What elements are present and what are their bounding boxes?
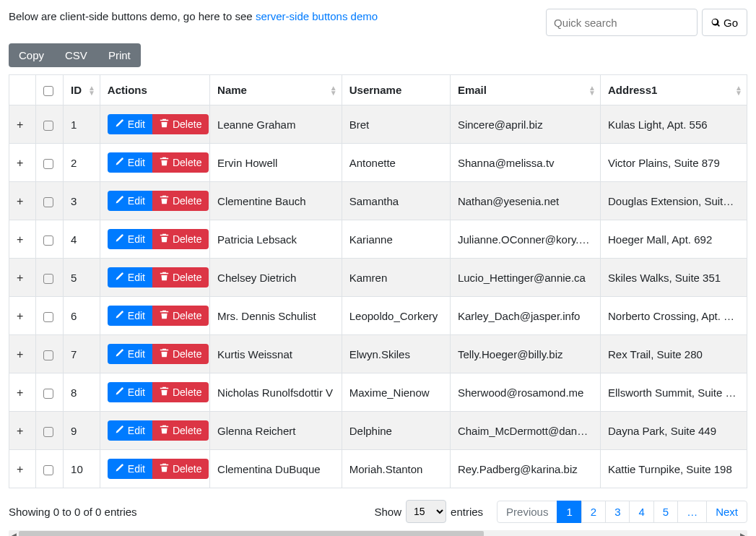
page-1[interactable]: 1: [557, 501, 581, 523]
delete-button[interactable]: Delete: [152, 267, 209, 288]
expand-button[interactable]: +: [17, 234, 23, 246]
expand-button[interactable]: +: [17, 311, 23, 322]
row-checkbox[interactable]: [43, 274, 53, 284]
cell-id: 9: [64, 412, 100, 450]
intro-text: Below are client-side buttons demo, go h…: [9, 9, 378, 22]
edit-button[interactable]: Edit: [108, 459, 152, 479]
page-…[interactable]: …: [677, 501, 707, 523]
copy-button[interactable]: Copy: [9, 43, 54, 67]
delete-button[interactable]: Delete: [152, 344, 209, 364]
edit-button[interactable]: Edit: [108, 267, 152, 288]
expand-button[interactable]: +: [17, 119, 23, 131]
page-next[interactable]: Next: [706, 501, 747, 523]
delete-button[interactable]: Delete: [152, 459, 209, 479]
cell-name: Kurtis Weissnat: [210, 335, 342, 373]
row-checkbox[interactable]: [43, 159, 53, 169]
horizontal-scrollbar[interactable]: ◀ ▶: [9, 530, 747, 536]
table-row: +9EditDeleteGlenna ReichertDelphineChaim…: [9, 412, 747, 450]
row-checkbox[interactable]: [43, 197, 53, 207]
edit-button[interactable]: Edit: [108, 306, 152, 326]
expand-button[interactable]: +: [17, 425, 23, 437]
edit-button[interactable]: Edit: [108, 152, 152, 173]
cell-id: 10: [64, 450, 100, 488]
expand-button[interactable]: +: [17, 387, 23, 399]
row-checkbox[interactable]: [43, 350, 53, 360]
sort-icon: ▲▼: [330, 85, 337, 95]
table-info: Showing 0 to 0 of 0 entries: [9, 506, 137, 518]
cell-name: Nicholas Runolfsdottir V: [210, 373, 342, 412]
cell-address1: Dayna Park, Suite 449: [600, 412, 747, 450]
cell-username: Moriah.Stanton: [342, 450, 450, 488]
row-checkbox[interactable]: [43, 389, 53, 399]
page-3[interactable]: 3: [605, 501, 630, 523]
cell-username: Samantha: [342, 182, 450, 220]
search-input[interactable]: [546, 9, 698, 36]
expand-button[interactable]: +: [17, 157, 23, 169]
cell-name: Clementine Bauch: [210, 182, 342, 220]
page-size-select[interactable]: 15: [406, 500, 446, 523]
edit-button[interactable]: Edit: [108, 420, 152, 441]
row-checkbox[interactable]: [43, 312, 53, 322]
scroll-thumb[interactable]: [19, 531, 484, 536]
col-name[interactable]: Name▲▼: [210, 75, 342, 105]
edit-icon: [115, 348, 124, 360]
server-side-demo-link[interactable]: server-side buttons demo: [256, 10, 378, 22]
go-button[interactable]: Go: [702, 9, 747, 36]
cell-address1: Ellsworth Summit, Suite 729: [600, 373, 747, 412]
row-checkbox[interactable]: [43, 465, 53, 475]
col-expand: [9, 75, 36, 105]
col-email[interactable]: Email▲▼: [450, 75, 600, 105]
delete-button[interactable]: Delete: [152, 229, 209, 249]
page-2[interactable]: 2: [581, 501, 606, 523]
cell-name: Patricia Lebsack: [210, 220, 342, 259]
cell-username: Leopoldo_Corkery: [342, 297, 450, 335]
col-id[interactable]: ID▲▼: [64, 75, 100, 105]
delete-button[interactable]: Delete: [152, 420, 209, 441]
delete-label: Delete: [173, 233, 201, 245]
row-checkbox[interactable]: [43, 235, 53, 246]
cell-name: Glenna Reichert: [210, 412, 342, 450]
scroll-right-arrow[interactable]: ▶: [737, 530, 747, 536]
row-checkbox[interactable]: [43, 121, 53, 131]
delete-label: Delete: [173, 386, 201, 398]
col-address1[interactable]: Address1▲▼: [600, 75, 747, 105]
delete-button[interactable]: Delete: [152, 114, 209, 134]
csv-button[interactable]: CSV: [54, 43, 97, 67]
edit-button[interactable]: Edit: [108, 229, 152, 249]
page-previous[interactable]: Previous: [497, 501, 557, 523]
cell-email: Sherwood@rosamond.me: [450, 373, 600, 412]
search-icon: [711, 18, 721, 27]
edit-button[interactable]: Edit: [108, 114, 152, 134]
expand-button[interactable]: +: [17, 464, 23, 475]
page-5[interactable]: 5: [653, 501, 678, 523]
delete-button[interactable]: Delete: [152, 191, 209, 211]
table-row: +4EditDeletePatricia LebsackKarianneJuli…: [9, 220, 747, 259]
edit-label: Edit: [128, 386, 145, 398]
edit-button[interactable]: Edit: [108, 382, 152, 402]
delete-button[interactable]: Delete: [152, 382, 209, 402]
expand-button[interactable]: +: [17, 272, 23, 284]
go-label: Go: [724, 17, 738, 29]
cell-name: Chelsey Dietrich: [210, 259, 342, 297]
edit-button[interactable]: Edit: [108, 344, 152, 364]
expand-button[interactable]: +: [17, 196, 23, 207]
delete-button[interactable]: Delete: [152, 306, 209, 326]
page-4[interactable]: 4: [629, 501, 653, 523]
select-all-checkbox[interactable]: [43, 86, 53, 96]
cell-id: 7: [64, 335, 100, 373]
row-checkbox[interactable]: [43, 427, 53, 437]
delete-button[interactable]: Delete: [152, 152, 209, 173]
table-row: +7EditDeleteKurtis WeissnatElwyn.SkilesT…: [9, 335, 747, 373]
col-checkbox[interactable]: [35, 75, 64, 105]
cell-id: 1: [64, 105, 100, 144]
expand-button[interactable]: +: [17, 349, 23, 360]
scroll-left-arrow[interactable]: ◀: [9, 530, 19, 536]
edit-button[interactable]: Edit: [108, 191, 152, 211]
cell-id: 4: [64, 220, 100, 259]
sort-icon: ▲▼: [735, 85, 742, 95]
col-username: Username: [342, 75, 450, 105]
edit-icon: [115, 425, 124, 436]
print-button[interactable]: Print: [97, 43, 141, 67]
edit-icon: [115, 463, 124, 475]
edit-label: Edit: [128, 157, 145, 168]
